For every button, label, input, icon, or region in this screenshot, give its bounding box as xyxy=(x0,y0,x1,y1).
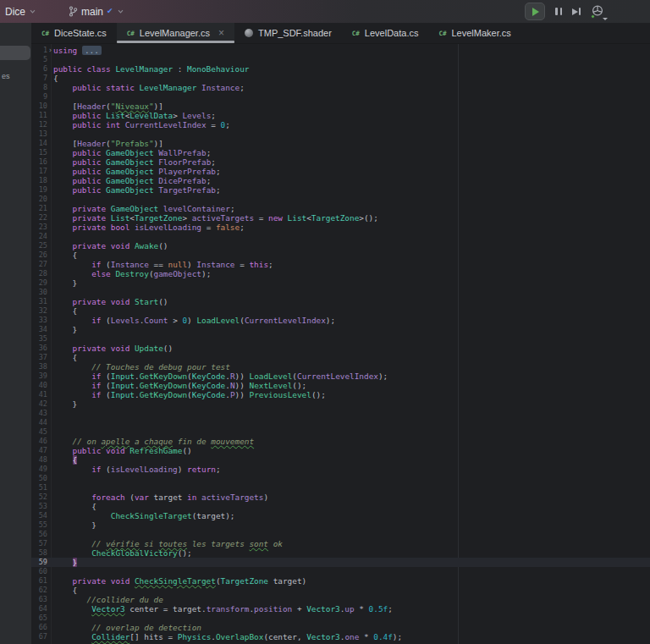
code-line-62[interactable]: 62 { xyxy=(31,586,650,595)
line-number[interactable]: 30 xyxy=(31,288,47,297)
code-line-50[interactable]: 50 xyxy=(31,474,650,483)
tab-leveldata-cs[interactable]: C#LevelData.cs xyxy=(342,23,429,43)
line-number[interactable]: 1 xyxy=(31,46,47,55)
tab-levelmanager-cs[interactable]: C#LevelManager.cs× xyxy=(117,23,234,43)
line-number[interactable]: 56 xyxy=(31,530,47,539)
line-number[interactable]: 57 xyxy=(31,539,47,548)
line-number[interactable]: 15 xyxy=(31,148,47,157)
code-line-15[interactable]: 15 public GameObject WallPrefab; xyxy=(31,148,650,157)
line-number[interactable]: 37 xyxy=(31,353,47,362)
tab-levelmaker-cs[interactable]: C#LevelMaker.cs xyxy=(428,23,521,43)
code-line-34[interactable]: 34 } xyxy=(31,325,650,334)
line-number[interactable]: 23 xyxy=(31,223,47,232)
line-number[interactable]: 12 xyxy=(31,120,47,129)
code-line-28[interactable]: 28 else Destroy(gameObject); xyxy=(31,269,650,278)
code-line-24[interactable]: 24 xyxy=(31,232,650,241)
line-number[interactable]: 35 xyxy=(31,334,47,344)
line-number[interactable]: 7 xyxy=(31,74,47,83)
line-number[interactable]: 16 xyxy=(31,157,47,167)
line-number[interactable]: 45 xyxy=(31,427,47,437)
code-line-54[interactable]: 54 CheckSingleTarget(target); xyxy=(31,511,650,520)
code-line-26[interactable]: 26 { xyxy=(31,250,650,260)
line-number[interactable]: 54 xyxy=(31,511,47,520)
code-line-8[interactable]: 8 public static LevelManager Instance; xyxy=(31,83,650,92)
line-number[interactable]: 19 xyxy=(31,185,47,195)
code-line-42[interactable]: 42 } xyxy=(31,399,650,409)
code-line-35[interactable]: 35 xyxy=(31,334,650,344)
code-line-63[interactable]: 63 //collider du de xyxy=(31,595,650,604)
line-number[interactable]: 48 xyxy=(31,455,47,465)
line-number[interactable]: 26 xyxy=(31,250,47,260)
line-number[interactable]: 38 xyxy=(31,362,47,372)
code-line-20[interactable]: 20 xyxy=(31,195,650,204)
code-line-11[interactable]: 11 public List<LevelData> Levels; xyxy=(31,111,650,120)
code-line-53[interactable]: 53 { xyxy=(31,502,650,511)
line-number[interactable]: 65 xyxy=(31,614,47,623)
line-number[interactable]: 21 xyxy=(31,204,47,213)
line-number[interactable]: 39 xyxy=(31,372,47,381)
code-line-58[interactable]: 58 CheckGlobalVictory(); xyxy=(31,548,650,558)
code-line-23[interactable]: 23 private bool isLevelLoading = false; xyxy=(31,223,650,232)
code-line-66[interactable]: 66 // overlap de detection xyxy=(31,623,650,632)
code-line-21[interactable]: 21 private GameObject levelContainer; xyxy=(31,204,650,213)
line-number[interactable]: 36 xyxy=(31,344,47,353)
attach-unity-button[interactable] xyxy=(591,4,606,19)
line-number[interactable]: 25 xyxy=(31,241,47,250)
line-number[interactable]: 29 xyxy=(31,278,47,288)
line-number[interactable]: 31 xyxy=(31,297,47,306)
code-line-36[interactable]: 36 private void Update() xyxy=(31,344,650,353)
tab-tmp-sdf-shader[interactable]: TMP_SDF.shader xyxy=(234,23,342,43)
code-line-31[interactable]: 31 private void Start() xyxy=(31,297,650,306)
line-number[interactable]: 42 xyxy=(31,399,47,409)
line-number[interactable]: 46 xyxy=(31,437,47,446)
code-line-67[interactable]: 67 Collider[] hits = Physics.OverlapBox(… xyxy=(31,632,650,641)
code-line-25[interactable]: 25 private void Awake() xyxy=(31,241,650,250)
code-line-45[interactable]: 45 xyxy=(31,427,650,437)
line-number[interactable]: 9 xyxy=(31,92,47,102)
line-number[interactable]: 11 xyxy=(31,111,47,120)
project-selector[interactable]: Dice xyxy=(0,3,41,20)
line-number[interactable]: 51 xyxy=(31,483,47,493)
line-number[interactable]: 17 xyxy=(31,167,47,176)
fold-chevron-icon[interactable]: › xyxy=(47,46,53,55)
code-line-18[interactable]: 18 public GameObject DicePrefab; xyxy=(31,176,650,185)
code-line-47[interactable]: 47 public void RefreshGame() xyxy=(31,446,650,455)
line-number[interactable]: 49 xyxy=(31,465,47,474)
code-line-44[interactable]: 44 xyxy=(31,418,650,427)
code-line-37[interactable]: 37 { xyxy=(31,353,650,362)
code-line-14[interactable]: 14 [Header("Prefabs")] xyxy=(31,139,650,148)
line-number[interactable]: 24 xyxy=(31,232,47,241)
code-line-16[interactable]: 16 public GameObject FloorPrefab; xyxy=(31,157,650,167)
line-number[interactable]: 47 xyxy=(31,446,47,455)
code-line-17[interactable]: 17 public GameObject PlayerPrefab; xyxy=(31,167,650,176)
code-line-60[interactable]: 60 xyxy=(31,567,650,576)
code-line-22[interactable]: 22 private List<TargetZone> activeTarget… xyxy=(31,213,650,223)
code-line-64[interactable]: 64 Vector3 center = target.transform.pos… xyxy=(31,604,650,614)
line-number[interactable]: 14 xyxy=(31,139,47,148)
code-line-12[interactable]: 12 public int CurrentLevelIndex = 0; xyxy=(31,120,650,129)
code-line-52[interactable]: 52 foreach (var target in activeTargets) xyxy=(31,493,650,502)
code-line-30[interactable]: 30 xyxy=(31,288,650,297)
tab-dicestate-cs[interactable]: C#DiceState.cs xyxy=(31,23,117,43)
line-number[interactable]: 34 xyxy=(31,325,47,334)
code-line-38[interactable]: 38 // Touches de debug pour test xyxy=(31,362,650,372)
line-number[interactable]: 27 xyxy=(31,260,47,269)
code-line-13[interactable]: 13 xyxy=(31,129,650,139)
selected-item-partial[interactable] xyxy=(0,46,30,60)
line-number[interactable]: 64 xyxy=(31,604,47,614)
branch-selector[interactable]: main ✔ xyxy=(63,3,129,20)
code-line-33[interactable]: 33 if (Levels.Count > 0) LoadLevel(Curre… xyxy=(31,316,650,325)
code-editor[interactable]: 1›using ...56public class LevelManager :… xyxy=(31,44,650,644)
code-line-5[interactable]: 5 xyxy=(31,55,650,64)
line-number[interactable]: 41 xyxy=(31,390,47,399)
code-line-59[interactable]: 59 } xyxy=(31,558,650,567)
code-line-61[interactable]: 61 private void CheckSingleTarget(Target… xyxy=(31,576,650,586)
code-line-6[interactable]: 6public class LevelManager : MonoBehavio… xyxy=(31,64,650,74)
line-number[interactable]: 28 xyxy=(31,269,47,278)
line-number[interactable]: 10 xyxy=(31,102,47,111)
line-number[interactable]: 61 xyxy=(31,576,47,586)
close-tab-icon[interactable]: × xyxy=(218,28,224,38)
code-line-55[interactable]: 55 } xyxy=(31,520,650,530)
line-number[interactable]: 53 xyxy=(31,502,47,511)
code-line-57[interactable]: 57 // vérifie si toutes les targets sont… xyxy=(31,539,650,548)
